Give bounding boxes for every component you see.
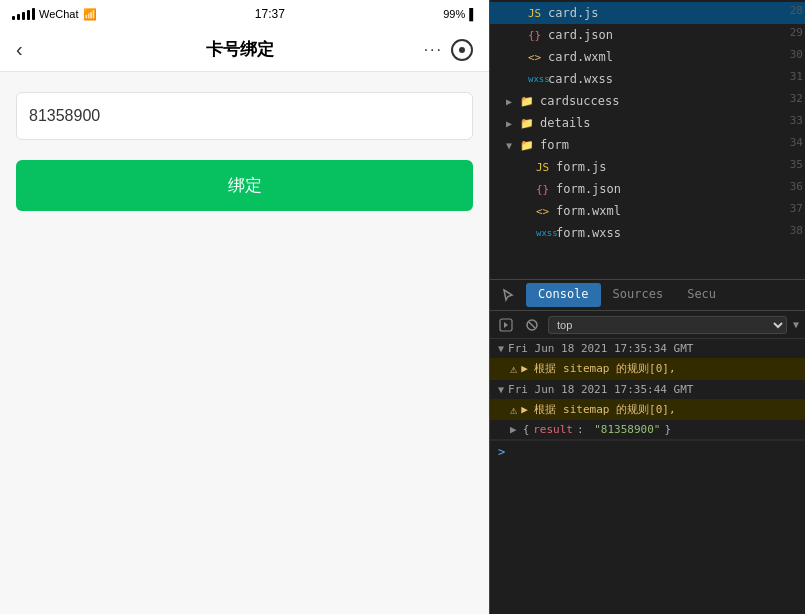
line-numbers: 28293031 32333435 363738 bbox=[777, 0, 803, 242]
collapsed-arrow-icon: ▶ bbox=[506, 118, 520, 129]
file-name-label: card.json bbox=[548, 28, 613, 42]
devtools-panel: JS card.js {} card.json <> card.wxml wxs… bbox=[490, 0, 805, 614]
more-button[interactable]: ··· bbox=[424, 41, 443, 59]
card-number-input[interactable] bbox=[16, 92, 473, 140]
file-name-label: card.js bbox=[548, 6, 599, 20]
status-time: 17:37 bbox=[255, 7, 285, 21]
phone-panel: WeChat 📶 17:37 99% ▌ ‹ 卡号绑定 ··· 绑定 bbox=[0, 0, 490, 614]
tab-console[interactable]: Console bbox=[526, 283, 601, 307]
result-arrow-icon: ▶ bbox=[510, 423, 517, 436]
wxss-icon: wxss bbox=[536, 228, 552, 238]
status-right: 99% ▌ bbox=[443, 8, 477, 20]
tree-row-card-json[interactable]: {} card.json bbox=[490, 24, 805, 46]
tab-security[interactable]: Secu bbox=[675, 283, 728, 307]
console-date-row-2: ▼ Fri Jun 18 2021 17:35:44 GMT bbox=[490, 380, 805, 399]
file-name-label: cardsuccess bbox=[540, 94, 619, 108]
phone-content: 绑定 bbox=[0, 72, 489, 614]
nav-bar: ‹ 卡号绑定 ··· bbox=[0, 28, 489, 72]
wxml-icon: <> bbox=[536, 205, 552, 218]
tree-row-form-folder[interactable]: ▼ 📁 form bbox=[490, 134, 805, 156]
status-left: WeChat 📶 bbox=[12, 8, 97, 21]
js-icon: JS bbox=[528, 7, 544, 20]
console-toolbar: top ▼ bbox=[490, 311, 805, 339]
console-prompt: > bbox=[498, 445, 505, 459]
nav-actions: ··· bbox=[424, 39, 473, 61]
wifi-icon: 📶 bbox=[83, 8, 97, 21]
folder-icon: 📁 bbox=[520, 139, 536, 152]
console-warn-text-2: ▶ 根据 sitemap 的规则[0], bbox=[521, 402, 675, 417]
json-icon: {} bbox=[536, 183, 552, 196]
folder-icon: 📁 bbox=[520, 117, 536, 130]
svg-line-2 bbox=[529, 322, 535, 328]
console-date-row-1: ▼ Fri Jun 18 2021 17:35:34 GMT bbox=[490, 339, 805, 358]
tree-row-form-js[interactable]: JS form.js bbox=[490, 156, 805, 178]
tree-row-card-js[interactable]: JS card.js bbox=[490, 2, 805, 24]
collapse-arrow-icon[interactable]: ▼ bbox=[498, 384, 504, 395]
status-bar: WeChat 📶 17:37 99% ▌ bbox=[0, 0, 489, 28]
tree-row-cardsuccess[interactable]: ▶ 📁 cardsuccess bbox=[490, 90, 805, 112]
file-name-label: form.wxss bbox=[556, 226, 621, 240]
page-title: 卡号绑定 bbox=[56, 38, 424, 61]
console-warn-text-1: ▶ 根据 sitemap 的规则[0], bbox=[521, 361, 675, 376]
json-icon: {} bbox=[528, 29, 544, 42]
expanded-arrow-icon: ▼ bbox=[506, 140, 520, 151]
console-section-1: ▼ Fri Jun 18 2021 17:35:34 GMT ⚠ ▶ 根据 si… bbox=[490, 339, 805, 380]
devtools-tabs-bar: Console Sources Secu bbox=[490, 279, 805, 311]
signal-icon bbox=[12, 8, 35, 20]
console-input-row: > bbox=[490, 440, 805, 463]
console-warn-row-2: ⚠ ▶ 根据 sitemap 的规则[0], bbox=[490, 399, 805, 420]
result-open-brace: { bbox=[523, 423, 530, 436]
back-button[interactable]: ‹ bbox=[16, 38, 23, 60]
warning-icon: ⚠ bbox=[510, 362, 517, 376]
carrier-label: WeChat bbox=[39, 8, 79, 20]
console-date-label-2: Fri Jun 18 2021 17:35:44 GMT bbox=[508, 383, 693, 396]
console-result-row: ▶ { result : "81358900" } bbox=[490, 420, 805, 439]
tree-row-card-wxss[interactable]: wxss card.wxss bbox=[490, 68, 805, 90]
file-name-label: form.json bbox=[556, 182, 621, 196]
file-name-label: form bbox=[540, 138, 569, 152]
block-button[interactable] bbox=[522, 315, 542, 335]
collapsed-arrow-icon: ▶ bbox=[506, 96, 520, 107]
cursor-tool-button[interactable] bbox=[494, 281, 522, 309]
warning-icon: ⚠ bbox=[510, 403, 517, 417]
result-close-brace: } bbox=[664, 423, 671, 436]
circle-button[interactable] bbox=[451, 39, 473, 61]
tree-row-form-wxml[interactable]: <> form.wxml bbox=[490, 200, 805, 222]
tree-row-form-wxss[interactable]: wxss form.wxss bbox=[490, 222, 805, 244]
wxss-icon: wxss bbox=[528, 74, 544, 84]
execute-button[interactable] bbox=[496, 315, 516, 335]
console-date-label-1: Fri Jun 18 2021 17:35:34 GMT bbox=[508, 342, 693, 355]
battery-percent: 99% bbox=[443, 8, 465, 20]
dropdown-arrow-icon: ▼ bbox=[793, 319, 799, 330]
battery-icon: ▌ bbox=[469, 8, 477, 20]
file-name-label: card.wxss bbox=[548, 72, 613, 86]
result-colon: : bbox=[577, 423, 590, 436]
file-tree: JS card.js {} card.json <> card.wxml wxs… bbox=[490, 0, 805, 279]
console-input-field[interactable] bbox=[509, 445, 797, 459]
bind-button[interactable]: 绑定 bbox=[16, 160, 473, 211]
wxml-icon: <> bbox=[528, 51, 544, 64]
tab-sources[interactable]: Sources bbox=[601, 283, 676, 307]
file-name-label: form.wxml bbox=[556, 204, 621, 218]
nav-left: ‹ bbox=[16, 38, 56, 61]
collapse-arrow-icon[interactable]: ▼ bbox=[498, 343, 504, 354]
tree-row-details[interactable]: ▶ 📁 details bbox=[490, 112, 805, 134]
folder-icon: 📁 bbox=[520, 95, 536, 108]
js-icon: JS bbox=[536, 161, 552, 174]
file-name-label: form.js bbox=[556, 160, 607, 174]
context-select[interactable]: top bbox=[548, 316, 787, 334]
result-key: result bbox=[533, 423, 573, 436]
console-warn-row-1: ⚠ ▶ 根据 sitemap 的规则[0], bbox=[490, 358, 805, 379]
file-name-label: card.wxml bbox=[548, 50, 613, 64]
console-output: ▼ Fri Jun 18 2021 17:35:34 GMT ⚠ ▶ 根据 si… bbox=[490, 339, 805, 614]
console-section-2: ▼ Fri Jun 18 2021 17:35:44 GMT ⚠ ▶ 根据 si… bbox=[490, 380, 805, 440]
tree-row-form-json[interactable]: {} form.json bbox=[490, 178, 805, 200]
result-value: "81358900" bbox=[594, 423, 660, 436]
tree-row-card-wxml[interactable]: <> card.wxml bbox=[490, 46, 805, 68]
circle-icon bbox=[459, 47, 465, 53]
file-name-label: details bbox=[540, 116, 591, 130]
